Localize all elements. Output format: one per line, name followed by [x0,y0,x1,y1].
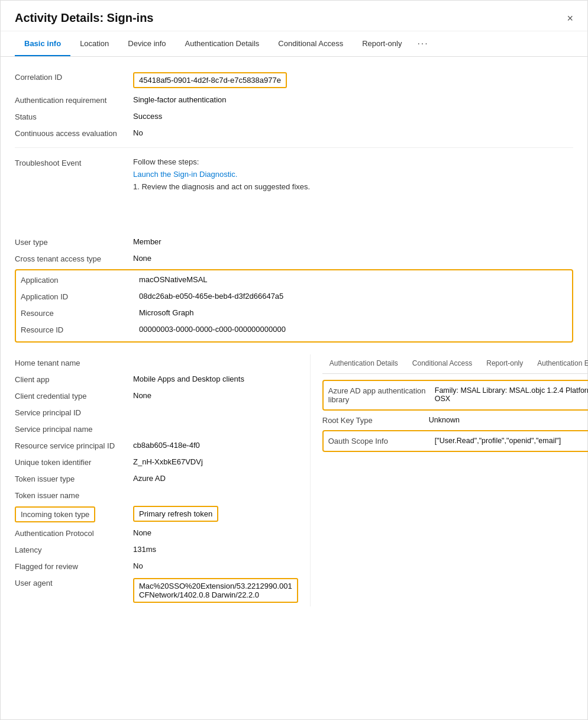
troubleshoot-link[interactable]: Launch the Sign-in Diagnostic. [133,170,237,179]
right-tab-auth-details[interactable]: Authentication Details [322,354,405,373]
right-tab-report-only[interactable]: Report-only [479,354,530,373]
correlation-id-row: Correlation ID 45418af5-0901-4d2f-8c7d-e… [15,69,573,92]
application-label: Application [21,275,139,285]
right-tab-conditional-access[interactable]: Conditional Access [405,354,479,373]
resource-id-label: Resource ID [21,325,139,334]
tab-authentication-details[interactable]: Authentication Details [176,32,269,56]
auth-protocol-label: Authentication Protocol [15,528,133,538]
close-button[interactable]: × [567,13,573,24]
app-id-label: Application ID [21,292,139,301]
application-value: macOSNativeMSAL [139,275,567,284]
auth-req-label: Authentication requirement [15,95,133,105]
token-issuer-name-label: Token issuer name [15,490,133,500]
correlation-id-label: Correlation ID [15,72,133,82]
auth-protocol-value: None [133,528,298,537]
user-type-row: User type Member [15,234,573,250]
tab-location[interactable]: Location [70,32,118,56]
right-tab-auth-events[interactable]: Authentication Events [530,354,588,373]
application-group: Application macOSNativeMSAL Application … [15,269,573,343]
client-cred-row: Client credential type None [15,388,298,404]
client-cred-value: None [133,391,298,400]
right-panel-tabs: Authentication Details Conditional Acces… [322,354,588,374]
user-agent-label: User agent [15,578,133,587]
oauth-scope-label: Oauth Scope Info [328,437,435,445]
root-key-type-value: Unknown [429,416,588,424]
resource-sp-label: Resource service principal ID [15,441,133,450]
token-issuer-type-label: Token issuer type [15,474,133,483]
cross-tenant-value: None [133,254,573,263]
service-principal-id-label: Service principal ID [15,408,133,417]
status-label: Status [15,112,133,121]
resource-label: Resource [21,308,139,318]
home-tenant-row: Home tenant name [15,354,298,371]
oauth-scope-row: Oauth Scope Info ["User.Read","profile",… [328,434,588,448]
tab-more[interactable]: ··· [411,31,434,56]
token-issuer-type-value: Azure AD [133,474,298,483]
azure-ad-auth-lib-value: Family: MSAL Library: MSAL.objc 1.2.4 Pl… [435,386,588,403]
incoming-token-label-box: Incoming token type [15,506,95,522]
activity-details-dialog: Activity Details: Sign-ins × Basic info … [0,0,588,720]
user-agent-value-box: Mac%20SSO%20Extension/53.2212990.001 CFN… [133,578,298,603]
tab-report-only[interactable]: Report-only [353,32,411,56]
troubleshoot-row: Troubleshoot Event Follow these steps: L… [15,154,573,198]
client-app-row: Client app Mobile Apps and Desktop clien… [15,371,298,388]
spacer-2 [15,345,573,354]
incoming-token-value: Primary refresh token [133,506,298,522]
auth-req-value: Single-factor authentication [133,95,573,104]
auth-protocol-row: Authentication Protocol None [15,525,298,541]
left-panel: Home tenant name Client app Mobile Apps … [15,354,310,606]
dialog-header: Activity Details: Sign-ins × [1,1,587,31]
troubleshoot-step1: 1. Review the diagnosis and act on sugge… [133,182,573,191]
unique-token-value: Z_nH-XxbkE67VDVj [133,457,298,466]
continuous-label: Continuous access evaluation [15,128,133,138]
correlation-id-value: 45418af5-0901-4d2f-8c7d-e7c5838a977e [133,72,573,88]
divider-1 [15,147,573,148]
token-issuer-type-row: Token issuer type Azure AD [15,470,298,487]
root-key-type-label: Root Key Type [322,416,429,425]
app-id-value: 08dc26ab-e050-465e-beb4-d3f2d66647a5 [139,292,567,301]
troubleshoot-content: Follow these steps: Launch the Sign-in D… [133,157,573,195]
status-value: Success [133,112,573,121]
resource-sp-value: cb8ab605-418e-4f0 [133,441,298,450]
auth-req-row: Authentication requirement Single-factor… [15,92,573,108]
right-panel: Authentication Details Conditional Acces… [310,354,588,606]
user-agent-value: Mac%20SSO%20Extension/53.2212990.001 CFN… [133,578,298,603]
two-panel: Home tenant name Client app Mobile Apps … [15,354,573,606]
user-type-value: Member [133,237,573,246]
latency-value: 131ms [133,545,298,554]
application-row: Application macOSNativeMSAL [21,273,567,289]
service-principal-name-label: Service principal name [15,424,133,434]
client-app-label: Client app [15,374,133,384]
resource-id-value: 00000003-0000-0000-c000-000000000000 [139,325,567,334]
app-id-row: Application ID 08dc26ab-e050-465e-beb4-d… [21,289,567,306]
client-app-value: Mobile Apps and Desktop clients [133,374,298,383]
azure-ad-auth-lib-row: Azure AD app authentication library Fami… [328,383,588,407]
flagged-row: Flagged for review No [15,558,298,574]
azure-ad-auth-lib-box: Azure AD app authentication library Fami… [322,380,588,411]
troubleshoot-steps: Follow these steps: [133,157,573,166]
main-tabs: Basic info Location Device info Authenti… [1,31,587,57]
flagged-value: No [133,561,298,570]
continuous-row: Continuous access evaluation No [15,125,573,141]
incoming-token-row: Incoming token type Primary refresh toke… [15,503,298,525]
token-issuer-name-row: Token issuer name [15,487,298,503]
client-cred-label: Client credential type [15,391,133,401]
service-principal-id-row: Service principal ID [15,404,298,421]
tab-conditional-access[interactable]: Conditional Access [269,32,353,56]
unique-token-row: Unique token identifier Z_nH-XxbkE67VDVj [15,454,298,470]
tab-basic-info[interactable]: Basic info [15,32,70,56]
incoming-token-value-box: Primary refresh token [133,506,218,522]
resource-sp-row: Resource service principal ID cb8ab605-4… [15,437,298,454]
flagged-label: Flagged for review [15,561,133,571]
root-key-type-row: Root Key Type Unknown [322,413,588,428]
incoming-token-label: Incoming token type [15,506,133,522]
latency-row: Latency 131ms [15,541,298,558]
cross-tenant-row: Cross tenant access type None [15,250,573,267]
tab-device-info[interactable]: Device info [118,32,175,56]
cross-tenant-label: Cross tenant access type [15,254,133,263]
troubleshoot-label: Troubleshoot Event [15,157,133,195]
status-row: Status Success [15,108,573,125]
user-type-label: User type [15,237,133,247]
oauth-scope-box: Oauth Scope Info ["User.Read","profile",… [322,430,588,452]
resource-row: Resource Microsoft Graph [21,306,567,322]
